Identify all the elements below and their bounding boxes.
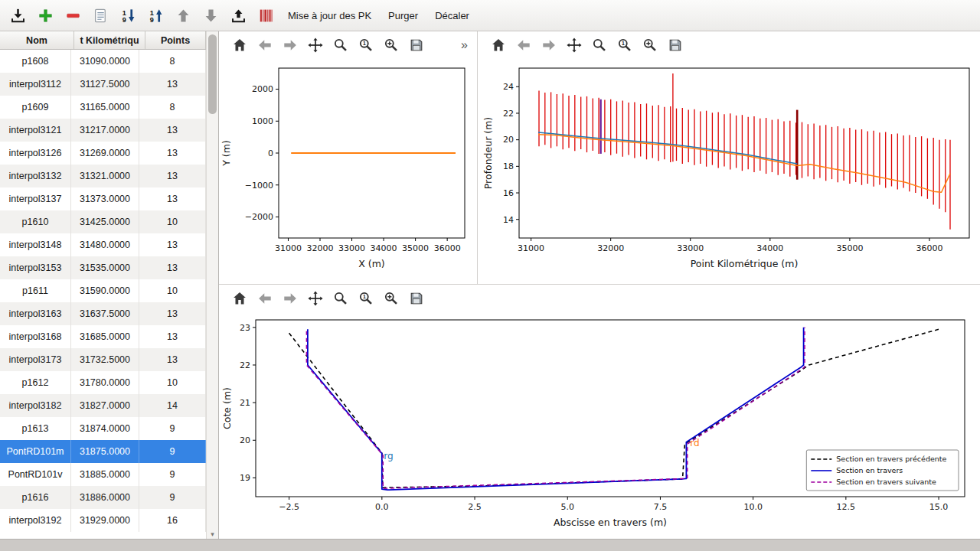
save-icon	[408, 290, 425, 307]
cell-points: 13	[139, 73, 206, 96]
back-button[interactable]	[255, 289, 275, 308]
table-row[interactable]: interpol316331637.500013	[0, 302, 206, 325]
save-button[interactable]	[407, 35, 426, 55]
table-row[interactable]: interpol315331535.000013	[0, 256, 206, 279]
table-row[interactable]: interpol314831480.000013	[0, 233, 206, 256]
column-header-nom[interactable]: Nom	[0, 31, 74, 49]
sort-ascending-button[interactable]: 1 9	[142, 3, 168, 28]
table-scrollbar[interactable]: ▾	[206, 31, 218, 539]
toolbar-overflow-chevron[interactable]: »	[461, 38, 472, 52]
scrollbar-down-arrow[interactable]: ▾	[207, 530, 218, 538]
cell-pk: 31165.0000	[71, 96, 139, 119]
svg-text:31000: 31000	[275, 243, 302, 253]
zoom-one-button[interactable]: 1	[356, 35, 376, 55]
add-button[interactable]	[32, 3, 58, 28]
plus-icon	[37, 7, 54, 24]
plan-view-pane: 1» 310003200033000340003500036000−2000−1…	[219, 31, 478, 284]
cell-points: 13	[139, 187, 206, 210]
cell-nom: interpol3121	[0, 119, 71, 142]
pan-button[interactable]	[564, 35, 584, 55]
zoom-plus-button[interactable]	[381, 289, 401, 308]
forward-button[interactable]	[539, 35, 559, 55]
svg-text:1: 1	[363, 294, 366, 299]
svg-text:33000: 33000	[338, 243, 365, 253]
back-button[interactable]	[255, 35, 275, 55]
longitudinal-profile-chart[interactable]: 3100032000330003400035000360001416182022…	[478, 59, 980, 284]
sort-descending-button[interactable]: 1 9	[115, 3, 141, 28]
table-row[interactable]: PontRD101m31875.00009	[0, 440, 206, 463]
remove-button[interactable]	[60, 3, 86, 28]
svg-text:−1000: −1000	[245, 181, 273, 191]
update-pk-button[interactable]: Mise à jour des PK	[280, 3, 379, 28]
sections-button[interactable]	[253, 3, 279, 28]
table-row[interactable]: p161031425.000010	[0, 210, 206, 233]
table-row[interactable]: interpol317331732.500013	[0, 348, 206, 371]
pan-button[interactable]	[305, 289, 325, 308]
zoom-plus-icon	[383, 290, 400, 307]
cell-nom: interpol3163	[0, 302, 71, 325]
forward-button[interactable]	[280, 35, 300, 55]
cell-pk: 31090.0000	[71, 50, 139, 73]
svg-text:16: 16	[503, 188, 514, 198]
shift-button[interactable]: Décaler	[427, 3, 477, 28]
zoom-button[interactable]	[590, 35, 609, 55]
cross-section-chart[interactable]: −2.50.02.55.07.510.012.515.01920212223Ab…	[219, 312, 980, 541]
table-row[interactable]: interpol313231321.000013	[0, 165, 206, 187]
zoom-plus-button[interactable]	[381, 35, 401, 55]
cell-nom: p1610	[0, 210, 71, 233]
cell-points: 13	[139, 325, 206, 348]
table-header: Nom t Kilométriqu Points	[0, 31, 206, 50]
save-button[interactable]	[665, 35, 685, 55]
svg-text:15.0: 15.0	[929, 502, 949, 512]
svg-text:5.0: 5.0	[560, 502, 574, 512]
table-row[interactable]: PontRD101v31885.00009	[0, 463, 206, 486]
cell-nom: interpol3137	[0, 187, 71, 210]
table-row[interactable]: interpol316831685.000013	[0, 325, 206, 348]
move-down-button[interactable]	[198, 3, 224, 28]
table-row[interactable]: p160931165.00008	[0, 96, 206, 119]
svg-text:18: 18	[503, 161, 514, 171]
zoom-one-button[interactable]: 1	[615, 35, 635, 55]
zoom-button[interactable]	[331, 35, 351, 55]
scrollbar-thumb[interactable]	[208, 34, 217, 114]
table-row[interactable]: p161131590.000010	[0, 279, 206, 302]
pan-button[interactable]	[305, 35, 325, 55]
plan-view-chart[interactable]: 310003200033000340003500036000−2000−1000…	[219, 59, 477, 284]
svg-text:32000: 32000	[597, 243, 624, 253]
save-button[interactable]	[407, 289, 426, 308]
column-header-pk[interactable]: t Kilométriqu	[74, 31, 145, 49]
svg-text:2000: 2000	[252, 84, 273, 94]
table-row[interactable]: p160831090.00008	[0, 50, 206, 73]
zoom-button[interactable]	[331, 289, 351, 308]
svg-text:24: 24	[503, 82, 514, 92]
home-button[interactable]	[488, 35, 508, 55]
table-row[interactable]: interpol311231127.500013	[0, 73, 206, 96]
home-button[interactable]	[230, 289, 250, 308]
svg-text:31000: 31000	[518, 243, 544, 253]
cell-points: 13	[139, 348, 206, 371]
table-row[interactable]: interpol312631269.000013	[0, 142, 206, 165]
move-up-button[interactable]	[170, 3, 196, 28]
import-icon	[9, 7, 27, 24]
forward-button[interactable]	[280, 289, 300, 308]
zoom-icon	[332, 290, 349, 307]
table-row[interactable]: interpol312131217.000013	[0, 119, 206, 142]
table-row[interactable]: p161331874.00009	[0, 417, 206, 440]
zoom-one-button[interactable]: 1	[356, 289, 376, 308]
svg-text:36000: 36000	[434, 243, 461, 253]
svg-text:1: 1	[149, 8, 153, 16]
table-row[interactable]: interpol319231929.000016	[0, 509, 206, 532]
home-button[interactable]	[230, 35, 250, 55]
export-button[interactable]	[225, 3, 251, 28]
table-row[interactable]: interpol318231827.000014	[0, 394, 206, 417]
edit-button[interactable]	[87, 3, 113, 28]
table-row[interactable]: p161231780.000010	[0, 371, 206, 394]
import-button[interactable]	[5, 3, 31, 28]
zoom-plus-button[interactable]	[640, 35, 660, 55]
table-row[interactable]: interpol313731373.000013	[0, 187, 206, 210]
purge-button[interactable]: Purger	[381, 3, 426, 28]
back-button[interactable]	[514, 35, 534, 55]
svg-text:Cote (m): Cote (m)	[221, 387, 233, 429]
column-header-points[interactable]: Points	[145, 31, 206, 49]
table-row[interactable]: p161631886.00009	[0, 486, 206, 509]
